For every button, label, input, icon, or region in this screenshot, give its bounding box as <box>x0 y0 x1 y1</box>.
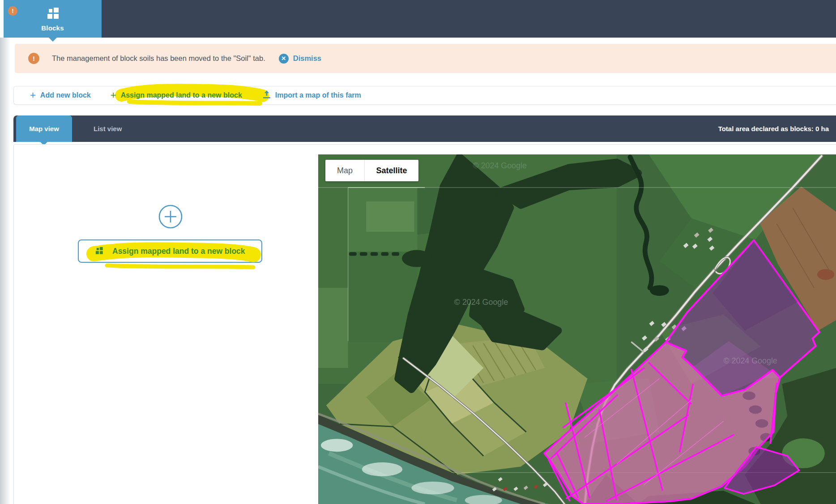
satellite-map[interactable]: © 2024 Google © 2024 Google © 2024 Googl… <box>318 154 836 504</box>
assign-mapped-land-label: Assign mapped land to a new block <box>121 91 242 99</box>
tab-blocks[interactable]: Blocks <box>4 0 102 38</box>
page-left-shadow <box>0 38 12 504</box>
satellite-imagery: © 2024 Google © 2024 Google © 2024 Googl… <box>318 154 836 504</box>
dismiss-label: Dismiss <box>293 54 321 63</box>
assign-mapped-land-panel-label: Assign mapped land to a new block <box>112 247 245 256</box>
svg-text:© 2024 Google: © 2024 Google <box>454 298 508 307</box>
warning-icon: ! <box>28 53 39 64</box>
banner-message: The management of block soils has been m… <box>52 54 265 63</box>
info-banner: ! The management of block soils has been… <box>15 44 836 73</box>
map-type-satellite-button[interactable]: Satellite <box>365 160 418 181</box>
dismiss-button[interactable]: ✕ Dismiss <box>279 54 321 64</box>
import-map-button[interactable]: Import a map of this farm <box>263 90 361 101</box>
active-tab-caret <box>49 38 57 42</box>
svg-text:© 2024 Google: © 2024 Google <box>723 356 777 365</box>
tab-map-view[interactable]: Map view <box>16 115 72 142</box>
view-tabs-bar: Map view List view Total area declared a… <box>13 115 836 142</box>
plus-icon: + <box>30 90 36 100</box>
add-block-circle-button[interactable] <box>158 204 183 229</box>
import-map-label: Import a map of this farm <box>275 91 361 99</box>
close-circle-icon: ✕ <box>279 54 289 64</box>
blocks-grid-icon <box>46 6 60 21</box>
blocks-grid-icon <box>95 246 103 256</box>
blocks-content-panel: Assign mapped land to a new block <box>13 144 836 504</box>
map-type-map-button[interactable]: Map <box>325 160 365 181</box>
assign-mapped-land-panel-button[interactable]: Assign mapped land to a new block <box>78 239 262 263</box>
upload-icon <box>263 90 271 101</box>
tab-blocks-label: Blocks <box>41 24 64 32</box>
top-navigation-bar: Blocks <box>4 0 836 38</box>
alert-count-badge: ! <box>8 6 17 16</box>
svg-text:© 2024 Google: © 2024 Google <box>473 161 526 170</box>
add-new-block-button[interactable]: + Add new block <box>30 90 91 100</box>
block-actions-toolbar: + Add new block + Assign mapped land to … <box>13 86 836 105</box>
tab-list-view[interactable]: List view <box>94 125 122 132</box>
add-new-block-label: Add new block <box>40 91 91 99</box>
total-area-label: Total area declared as blocks: 0 ha <box>718 115 829 142</box>
tab-map-view-label: Map view <box>29 125 59 132</box>
assign-mapped-land-button[interactable]: + Assign mapped land to a new block <box>111 90 242 100</box>
plus-icon: + <box>111 90 116 100</box>
map-type-control: Map Satellite <box>325 160 418 181</box>
